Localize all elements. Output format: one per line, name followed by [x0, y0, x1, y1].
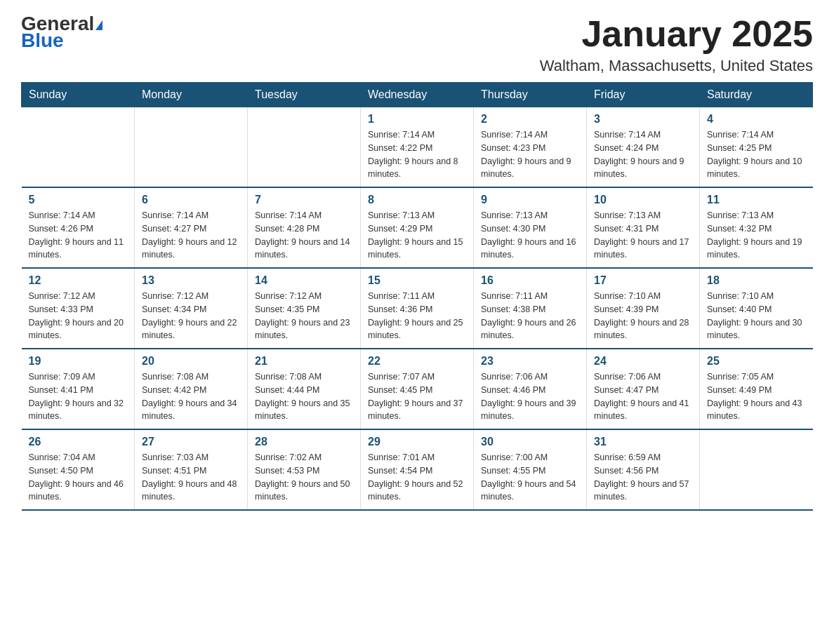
day-info: Sunrise: 7:14 AMSunset: 4:25 PMDaylight:… [707, 128, 806, 181]
day-number: 12 [29, 274, 128, 287]
day-info: Sunrise: 7:12 AMSunset: 4:35 PMDaylight:… [255, 290, 353, 342]
calendar-day-23: 23Sunrise: 7:06 AMSunset: 4:46 PMDayligh… [474, 349, 587, 429]
day-info: Sunrise: 7:09 AMSunset: 4:41 PMDaylight:… [29, 370, 128, 423]
day-info: Sunrise: 7:13 AMSunset: 4:29 PMDaylight:… [368, 209, 466, 262]
location-title: Waltham, Massachusetts, United States [540, 57, 813, 75]
calendar-day-9: 9Sunrise: 7:13 AMSunset: 4:30 PMDaylight… [474, 187, 587, 268]
calendar-week-2: 5Sunrise: 7:14 AMSunset: 4:26 PMDaylight… [22, 187, 813, 268]
day-number: 3 [594, 113, 692, 126]
day-info: Sunrise: 7:13 AMSunset: 4:31 PMDaylight:… [594, 209, 692, 262]
calendar-day-2: 2Sunrise: 7:14 AMSunset: 4:23 PMDaylight… [474, 107, 587, 188]
calendar-week-1: 1Sunrise: 7:14 AMSunset: 4:22 PMDaylight… [22, 107, 813, 188]
month-title: January 2025 [540, 14, 813, 54]
day-info: Sunrise: 7:01 AMSunset: 4:54 PMDaylight:… [368, 451, 466, 504]
page-header: General Blue January 2025 Waltham, Massa… [21, 14, 813, 75]
weekday-header-thursday: Thursday [474, 83, 587, 107]
calendar-day-7: 7Sunrise: 7:14 AMSunset: 4:28 PMDaylight… [248, 187, 361, 268]
day-info: Sunrise: 7:05 AMSunset: 4:49 PMDaylight:… [707, 370, 806, 423]
day-number: 18 [707, 274, 806, 287]
day-info: Sunrise: 7:11 AMSunset: 4:38 PMDaylight:… [481, 290, 579, 342]
day-info: Sunrise: 7:13 AMSunset: 4:32 PMDaylight:… [707, 209, 806, 262]
day-number: 20 [142, 355, 240, 368]
day-info: Sunrise: 7:00 AMSunset: 4:55 PMDaylight:… [481, 451, 579, 504]
day-info: Sunrise: 7:06 AMSunset: 4:46 PMDaylight:… [481, 370, 579, 423]
calendar-day-28: 28Sunrise: 7:02 AMSunset: 4:53 PMDayligh… [248, 429, 361, 510]
calendar-day-10: 10Sunrise: 7:13 AMSunset: 4:31 PMDayligh… [587, 187, 700, 268]
day-number: 2 [481, 113, 579, 126]
day-number: 19 [29, 355, 128, 368]
empty-cell [248, 107, 361, 188]
day-info: Sunrise: 7:14 AMSunset: 4:24 PMDaylight:… [594, 128, 692, 181]
day-number: 8 [368, 194, 466, 206]
logo: General Blue [21, 14, 102, 51]
calendar-day-5: 5Sunrise: 7:14 AMSunset: 4:26 PMDaylight… [22, 187, 135, 268]
calendar-week-4: 19Sunrise: 7:09 AMSunset: 4:41 PMDayligh… [22, 349, 813, 429]
day-number: 29 [368, 436, 466, 448]
calendar-day-4: 4Sunrise: 7:14 AMSunset: 4:25 PMDaylight… [700, 107, 813, 188]
day-info: Sunrise: 7:11 AMSunset: 4:36 PMDaylight:… [368, 290, 466, 342]
day-info: Sunrise: 7:14 AMSunset: 4:23 PMDaylight:… [481, 128, 579, 181]
calendar-day-8: 8Sunrise: 7:13 AMSunset: 4:29 PMDaylight… [361, 187, 474, 268]
day-number: 30 [481, 436, 579, 448]
day-number: 28 [255, 436, 353, 448]
empty-cell [22, 107, 135, 188]
day-info: Sunrise: 7:14 AMSunset: 4:22 PMDaylight:… [368, 128, 466, 181]
calendar-day-26: 26Sunrise: 7:04 AMSunset: 4:50 PMDayligh… [22, 429, 135, 510]
calendar-day-17: 17Sunrise: 7:10 AMSunset: 4:39 PMDayligh… [587, 268, 700, 349]
day-info: Sunrise: 7:06 AMSunset: 4:47 PMDaylight:… [594, 370, 692, 423]
day-number: 27 [142, 436, 240, 448]
weekday-header-friday: Friday [587, 83, 700, 107]
day-number: 17 [594, 274, 692, 287]
day-number: 4 [707, 113, 806, 126]
calendar-day-11: 11Sunrise: 7:13 AMSunset: 4:32 PMDayligh… [700, 187, 813, 268]
day-number: 11 [707, 194, 806, 206]
calendar-week-3: 12Sunrise: 7:12 AMSunset: 4:33 PMDayligh… [22, 268, 813, 349]
calendar-day-24: 24Sunrise: 7:06 AMSunset: 4:47 PMDayligh… [587, 349, 700, 429]
calendar-week-5: 26Sunrise: 7:04 AMSunset: 4:50 PMDayligh… [22, 429, 813, 510]
calendar-day-31: 31Sunrise: 6:59 AMSunset: 4:56 PMDayligh… [587, 429, 700, 510]
day-info: Sunrise: 7:13 AMSunset: 4:30 PMDaylight:… [481, 209, 579, 262]
day-number: 14 [255, 274, 353, 287]
day-number: 21 [255, 355, 353, 368]
day-info: Sunrise: 7:07 AMSunset: 4:45 PMDaylight:… [368, 370, 466, 423]
weekday-header-row: SundayMondayTuesdayWednesdayThursdayFrid… [22, 83, 813, 107]
day-number: 26 [29, 436, 128, 448]
calendar-table: SundayMondayTuesdayWednesdayThursdayFrid… [21, 82, 813, 511]
day-number: 16 [481, 274, 579, 287]
day-number: 24 [594, 355, 692, 368]
calendar-day-22: 22Sunrise: 7:07 AMSunset: 4:45 PMDayligh… [361, 349, 474, 429]
day-info: Sunrise: 7:02 AMSunset: 4:53 PMDaylight:… [255, 451, 353, 504]
calendar-day-19: 19Sunrise: 7:09 AMSunset: 4:41 PMDayligh… [22, 349, 135, 429]
day-info: Sunrise: 7:08 AMSunset: 4:44 PMDaylight:… [255, 370, 353, 423]
calendar-day-16: 16Sunrise: 7:11 AMSunset: 4:38 PMDayligh… [474, 268, 587, 349]
day-info: Sunrise: 7:10 AMSunset: 4:40 PMDaylight:… [707, 290, 806, 342]
calendar-day-15: 15Sunrise: 7:11 AMSunset: 4:36 PMDayligh… [361, 268, 474, 349]
calendar-day-1: 1Sunrise: 7:14 AMSunset: 4:22 PMDaylight… [361, 107, 474, 188]
day-number: 5 [29, 194, 128, 206]
day-number: 25 [707, 355, 806, 368]
day-number: 23 [481, 355, 579, 368]
calendar-day-14: 14Sunrise: 7:12 AMSunset: 4:35 PMDayligh… [248, 268, 361, 349]
day-number: 13 [142, 274, 240, 287]
empty-cell [135, 107, 248, 188]
calendar-day-13: 13Sunrise: 7:12 AMSunset: 4:34 PMDayligh… [135, 268, 248, 349]
day-info: Sunrise: 7:14 AMSunset: 4:26 PMDaylight:… [29, 209, 128, 262]
calendar-day-29: 29Sunrise: 7:01 AMSunset: 4:54 PMDayligh… [361, 429, 474, 510]
weekday-header-wednesday: Wednesday [361, 83, 474, 107]
day-number: 7 [255, 194, 353, 206]
day-info: Sunrise: 7:03 AMSunset: 4:51 PMDaylight:… [142, 451, 240, 504]
day-number: 1 [368, 113, 466, 126]
day-info: Sunrise: 7:12 AMSunset: 4:33 PMDaylight:… [29, 290, 128, 342]
day-info: Sunrise: 7:10 AMSunset: 4:39 PMDaylight:… [594, 290, 692, 342]
day-number: 6 [142, 194, 240, 206]
day-number: 22 [368, 355, 466, 368]
calendar-day-6: 6Sunrise: 7:14 AMSunset: 4:27 PMDaylight… [135, 187, 248, 268]
calendar-day-18: 18Sunrise: 7:10 AMSunset: 4:40 PMDayligh… [700, 268, 813, 349]
weekday-header-monday: Monday [135, 83, 248, 107]
weekday-header-sunday: Sunday [22, 83, 135, 107]
day-number: 31 [594, 436, 692, 448]
calendar-day-3: 3Sunrise: 7:14 AMSunset: 4:24 PMDaylight… [587, 107, 700, 188]
title-section: January 2025 Waltham, Massachusetts, Uni… [540, 14, 813, 75]
calendar-day-30: 30Sunrise: 7:00 AMSunset: 4:55 PMDayligh… [474, 429, 587, 510]
day-number: 10 [594, 194, 692, 206]
